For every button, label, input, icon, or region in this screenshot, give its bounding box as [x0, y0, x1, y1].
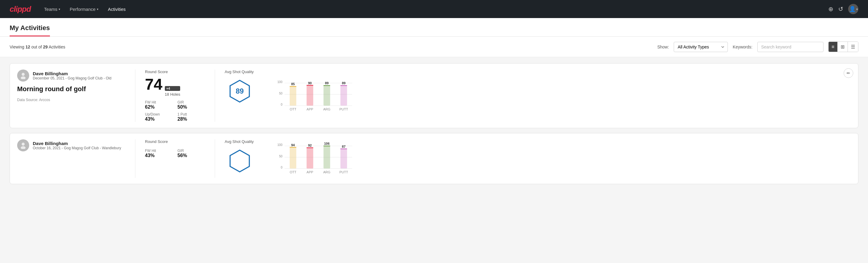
activity-card: Dave Billingham October 16, 2021 - Gog M…	[10, 133, 858, 184]
nav-item-performance[interactable]: Performance ▾	[66, 4, 102, 14]
svg-text:50: 50	[279, 92, 283, 95]
stat-gir-label: GIR	[178, 100, 205, 105]
svg-text:ARG: ARG	[323, 108, 331, 111]
stat-gir-value: 50%	[178, 105, 205, 110]
svg-text:0: 0	[281, 166, 282, 169]
svg-point-26	[21, 146, 26, 149]
stat-fw-hit-label: FW Hit	[145, 149, 173, 153]
app-logo[interactable]: clippd	[10, 4, 31, 14]
svg-text:87: 87	[342, 145, 346, 148]
navbar-actions: ⊕ ↺ 👤 ▾	[828, 4, 858, 14]
stat-oneputt-label: 1 Putt	[178, 112, 205, 116]
keywords-label: Keywords:	[733, 45, 752, 49]
svg-point-25	[22, 143, 25, 146]
svg-text:OTT: OTT	[290, 170, 296, 174]
card-stats: Round Score 74 +4 18 Holes FW Hit 62% GI…	[145, 69, 205, 122]
card-left: Dave Billingham December 05, 2021 - Gog …	[17, 69, 125, 122]
svg-rect-13	[307, 85, 313, 106]
refresh-icon[interactable]: ↺	[838, 5, 843, 12]
keyword-input[interactable]	[757, 42, 824, 52]
activity-card: ✏ Dave Billingham December 05, 2021 - Go…	[10, 63, 858, 128]
stat-oneputt-value: 28%	[178, 116, 205, 122]
card-divider-2	[215, 69, 215, 122]
viewing-count: 12	[26, 45, 30, 49]
svg-text:0: 0	[281, 103, 282, 106]
viewing-total: 29	[43, 45, 48, 49]
score-number: 74	[145, 77, 162, 92]
stat-gir-label: GIR	[178, 149, 205, 153]
stat-fw-hit: FW Hit 62%	[145, 100, 173, 110]
card-divider-1	[135, 139, 135, 178]
avatar-icon: 👤	[849, 6, 856, 12]
stat-updown-value: 43%	[145, 116, 173, 122]
stat-oneputt: 1 Putt 28%	[178, 112, 205, 122]
avatar-chevron-icon: ▾	[856, 7, 858, 11]
card-quality: Avg Shot Quality 89	[225, 69, 267, 122]
svg-point-0	[22, 73, 25, 76]
svg-text:APP: APP	[307, 170, 313, 174]
viewing-text: Viewing 12 out of 29 Activities	[10, 45, 652, 49]
svg-text:94: 94	[291, 143, 295, 147]
nav-links: Teams ▾ Performance ▾ Activities	[40, 4, 819, 14]
svg-text:89: 89	[325, 81, 329, 85]
performance-chevron-icon: ▾	[97, 7, 98, 11]
card-chart: 10050085OTT90APP89ARG89PUTT	[274, 69, 851, 122]
svg-rect-46	[340, 149, 347, 169]
user-info: Dave Billingham December 05, 2021 - Gog …	[17, 69, 125, 82]
viewing-suffix: Activities	[49, 45, 65, 49]
activity-type-select[interactable]: All Activity Types	[674, 42, 728, 52]
user-date: December 05, 2021 - Gog Magog Golf Club …	[33, 76, 111, 80]
nav-teams-label: Teams	[44, 7, 57, 12]
card-quality: Avg Shot Quality	[225, 139, 267, 178]
card-divider-1	[135, 69, 135, 122]
user-name: Dave Billingham	[33, 141, 121, 146]
stat-gir: GIR 56%	[178, 149, 205, 158]
svg-rect-42	[323, 146, 330, 169]
view-grid-button[interactable]: ⊞	[838, 42, 848, 52]
nav-item-activities[interactable]: Activities	[104, 4, 129, 14]
user-date: October 16, 2021 - Gog Magog Golf Club -…	[33, 146, 121, 150]
user-avatar[interactable]: 👤 ▾	[848, 4, 858, 14]
view-compact-button[interactable]: ☰	[848, 42, 858, 52]
round-score-main: 74 +4 18 Holes	[145, 77, 205, 96]
activity-title: Morning round of golf	[17, 85, 125, 93]
score-badge: +4	[165, 86, 180, 91]
page-header: My Activities	[0, 18, 868, 37]
svg-text:PUTT: PUTT	[340, 108, 348, 111]
svg-text:92: 92	[308, 144, 312, 147]
stat-updown-label: Up/Down	[145, 112, 173, 116]
stat-grid: FW Hit 43% GIR 56%	[145, 149, 205, 158]
nav-activities-label: Activities	[108, 7, 126, 12]
teams-chevron-icon: ▾	[59, 7, 60, 11]
stat-fw-hit-label: FW Hit	[145, 100, 173, 105]
main-content: ✏ Dave Billingham December 05, 2021 - Go…	[0, 57, 868, 190]
svg-text:100: 100	[277, 80, 282, 84]
avatar	[17, 69, 29, 82]
stat-fw-hit-value: 62%	[145, 105, 173, 110]
stat-gir: GIR 50%	[178, 100, 205, 110]
svg-text:APP: APP	[307, 108, 313, 111]
nav-performance-label: Performance	[70, 7, 96, 12]
nav-item-teams[interactable]: Teams ▾	[40, 4, 64, 14]
stat-updown: Up/Down 43%	[145, 112, 173, 122]
stat-fw-hit: FW Hit 43%	[145, 149, 173, 158]
user-name: Dave Billingham	[33, 71, 111, 76]
svg-point-1	[21, 77, 26, 79]
add-icon[interactable]: ⊕	[828, 5, 833, 12]
svg-rect-38	[307, 148, 313, 169]
hexagon: 89	[228, 79, 252, 103]
hexagon-score: 89	[236, 87, 244, 95]
view-list-button[interactable]: ≡	[829, 42, 838, 52]
svg-text:ARG: ARG	[323, 170, 331, 174]
svg-rect-17	[323, 85, 330, 106]
svg-text:106: 106	[324, 142, 329, 145]
show-label: Show:	[657, 45, 669, 49]
hexagon-container: 89	[225, 78, 255, 105]
card-left: Dave Billingham October 16, 2021 - Gog M…	[17, 139, 125, 178]
quality-label: Avg Shot Quality	[225, 139, 254, 144]
score-holes: 18 Holes	[165, 92, 180, 96]
card-divider-2	[215, 139, 215, 178]
quality-label: Avg Shot Quality	[225, 69, 254, 74]
svg-text:50: 50	[279, 155, 283, 158]
hexagon	[228, 149, 252, 173]
